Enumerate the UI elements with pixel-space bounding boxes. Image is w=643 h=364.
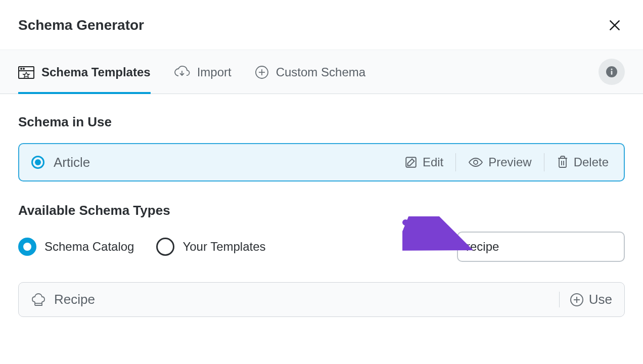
available-controls-row: Schema Catalog Your Templates <box>18 232 625 262</box>
plus-circle-icon <box>570 293 584 307</box>
svg-line-19 <box>405 222 462 246</box>
schema-in-use-card[interactable]: Article Edit Preview <box>18 143 625 181</box>
delete-button[interactable]: Delete <box>554 153 612 171</box>
svg-point-5 <box>23 68 24 69</box>
tab-import[interactable]: Import <box>174 50 232 94</box>
svg-rect-13 <box>611 71 613 75</box>
radio-in-use-indicator <box>31 156 44 169</box>
schema-result-recipe[interactable]: Recipe Use <box>18 282 625 317</box>
tab-active-underline <box>18 92 151 94</box>
edit-label: Edit <box>423 155 443 169</box>
use-label: Use <box>589 292 612 307</box>
schema-search-input[interactable] <box>457 232 625 262</box>
tab-schema-templates[interactable]: Schema Templates <box>18 50 151 94</box>
section-available-title: Available Schema Types <box>18 203 625 218</box>
search-wrap <box>457 232 625 262</box>
tab-label: Custom Schema <box>276 65 365 79</box>
available-source-toggle: Schema Catalog Your Templates <box>18 238 266 256</box>
result-name: Recipe <box>54 292 95 307</box>
edit-icon <box>404 156 418 169</box>
separator <box>455 153 456 171</box>
close-button[interactable] <box>605 15 625 35</box>
use-button[interactable]: Use <box>559 292 612 307</box>
radio-circle-icon <box>156 238 174 256</box>
result-left: Recipe <box>31 292 95 307</box>
preview-button[interactable]: Preview <box>465 153 534 171</box>
separator <box>544 153 544 171</box>
dialog-content: Schema in Use Article Edit Preview <box>0 94 643 327</box>
info-button[interactable] <box>599 59 625 85</box>
tab-custom-schema[interactable]: Custom Schema <box>255 50 365 94</box>
svg-rect-16 <box>559 158 566 167</box>
dialog-header: Schema Generator <box>0 0 643 50</box>
trash-icon <box>557 155 569 169</box>
radio-circle-icon <box>18 238 36 256</box>
schema-in-use-actions: Edit Preview Delete <box>401 153 612 171</box>
radio-schema-catalog[interactable]: Schema Catalog <box>18 238 134 256</box>
close-icon <box>608 19 621 32</box>
preview-label: Preview <box>488 155 531 169</box>
cloud-download-icon <box>174 66 190 79</box>
edit-button[interactable]: Edit <box>401 153 446 171</box>
svg-point-15 <box>474 160 478 164</box>
schema-in-use-name: Article <box>54 155 90 170</box>
plus-circle-icon <box>255 65 269 79</box>
svg-point-12 <box>611 68 612 70</box>
radio-your-templates[interactable]: Your Templates <box>156 238 265 256</box>
section-schema-in-use-title: Schema in Use <box>18 114 625 130</box>
info-icon <box>606 66 618 78</box>
tabs-bar: Schema Templates Import Custom Schema <box>0 50 643 94</box>
tabs: Schema Templates Import Custom Schema <box>18 50 599 94</box>
svg-marker-6 <box>23 72 29 77</box>
radio-label: Schema Catalog <box>44 240 134 254</box>
template-window-icon <box>18 65 34 79</box>
svg-point-4 <box>21 68 22 69</box>
tab-label: Import <box>197 65 232 79</box>
schema-in-use-left: Article <box>31 155 90 170</box>
eye-icon <box>468 157 483 168</box>
dialog-title: Schema Generator <box>18 17 144 33</box>
tab-label: Schema Templates <box>41 65 151 79</box>
radio-label: Your Templates <box>182 240 265 254</box>
delete-label: Delete <box>574 155 609 169</box>
chef-hat-icon <box>31 292 46 307</box>
